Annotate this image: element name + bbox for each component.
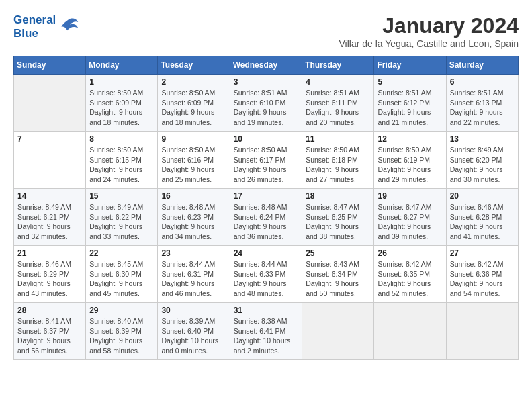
day-info: Sunrise: 8:42 AM Sunset: 6:36 PM Dayligh… <box>450 259 515 299</box>
day-info: Sunrise: 8:50 AM Sunset: 6:16 PM Dayligh… <box>161 145 226 185</box>
calendar-cell: 18Sunrise: 8:47 AM Sunset: 6:25 PM Dayli… <box>302 189 374 246</box>
calendar-cell <box>374 303 446 360</box>
calendar-cell: 24Sunrise: 8:44 AM Sunset: 6:33 PM Dayli… <box>230 246 302 303</box>
day-info: Sunrise: 8:50 AM Sunset: 6:09 PM Dayligh… <box>89 88 154 128</box>
day-info: Sunrise: 8:50 AM Sunset: 6:19 PM Dayligh… <box>378 145 442 185</box>
calendar-week-3: 14Sunrise: 8:49 AM Sunset: 6:21 PM Dayli… <box>14 189 519 246</box>
calendar-cell: 29Sunrise: 8:40 AM Sunset: 6:39 PM Dayli… <box>86 303 158 360</box>
day-number: 27 <box>450 248 515 258</box>
day-number: 19 <box>378 191 442 201</box>
day-number: 23 <box>161 248 226 258</box>
calendar-cell: 17Sunrise: 8:48 AM Sunset: 6:24 PM Dayli… <box>230 189 302 246</box>
day-number: 22 <box>89 248 154 258</box>
calendar-week-2: 78Sunrise: 8:50 AM Sunset: 6:15 PM Dayli… <box>14 132 519 189</box>
day-number: 11 <box>306 134 370 144</box>
day-info: Sunrise: 8:51 AM Sunset: 6:10 PM Dayligh… <box>234 88 299 128</box>
calendar-table: SundayMondayTuesdayWednesdayThursdayFrid… <box>13 56 519 360</box>
calendar-cell: 12Sunrise: 8:50 AM Sunset: 6:19 PM Dayli… <box>374 132 446 189</box>
day-info: Sunrise: 8:45 AM Sunset: 6:30 PM Dayligh… <box>89 259 154 299</box>
day-number: 10 <box>234 134 299 144</box>
calendar-cell: 1Sunrise: 8:50 AM Sunset: 6:09 PM Daylig… <box>86 75 158 132</box>
calendar-cell: 21Sunrise: 8:46 AM Sunset: 6:29 PM Dayli… <box>14 246 86 303</box>
calendar-cell: 23Sunrise: 8:44 AM Sunset: 6:31 PM Dayli… <box>158 246 230 303</box>
page-header: General Blue January 2024 Villar de la Y… <box>13 13 519 49</box>
day-info: Sunrise: 8:50 AM Sunset: 6:18 PM Dayligh… <box>306 145 370 185</box>
day-info: Sunrise: 8:48 AM Sunset: 6:23 PM Dayligh… <box>161 202 226 242</box>
day-info: Sunrise: 8:46 AM Sunset: 6:29 PM Dayligh… <box>17 259 82 299</box>
day-number: 16 <box>161 191 226 201</box>
calendar-body: 1Sunrise: 8:50 AM Sunset: 6:09 PM Daylig… <box>14 75 519 360</box>
day-number: 30 <box>161 306 226 315</box>
day-number: 5 <box>378 77 442 87</box>
day-number: 29 <box>89 306 154 315</box>
month-title: January 2024 <box>339 13 519 38</box>
day-info: Sunrise: 8:47 AM Sunset: 6:25 PM Dayligh… <box>306 202 370 242</box>
day-number: 2 <box>161 77 226 87</box>
day-number: 4 <box>306 77 370 87</box>
day-number: 12 <box>378 134 442 144</box>
title-block: January 2024 Villar de la Yegua, Castill… <box>339 13 519 49</box>
day-number: 20 <box>450 191 515 201</box>
calendar-cell: 15Sunrise: 8:49 AM Sunset: 6:22 PM Dayli… <box>86 189 158 246</box>
calendar-cell: 22Sunrise: 8:45 AM Sunset: 6:30 PM Dayli… <box>86 246 158 303</box>
location-subtitle: Villar de la Yegua, Castille and Leon, S… <box>339 38 519 49</box>
day-number: 9 <box>161 134 226 144</box>
calendar-cell: 8Sunrise: 8:50 AM Sunset: 6:15 PM Daylig… <box>86 132 158 189</box>
day-info: Sunrise: 8:41 AM Sunset: 6:37 PM Dayligh… <box>17 316 82 356</box>
day-number: 24 <box>234 248 299 258</box>
day-info: Sunrise: 8:38 AM Sunset: 6:41 PM Dayligh… <box>234 316 299 356</box>
weekday-header-wednesday: Wednesday <box>230 56 302 75</box>
day-number: 13 <box>450 134 515 144</box>
calendar-cell: 16Sunrise: 8:48 AM Sunset: 6:23 PM Dayli… <box>158 189 230 246</box>
day-info: Sunrise: 8:49 AM Sunset: 6:22 PM Dayligh… <box>89 202 154 242</box>
day-number: 21 <box>17 248 82 258</box>
day-number: 1 <box>89 77 154 87</box>
day-number: 28 <box>17 306 82 315</box>
day-number: 3 <box>234 77 299 87</box>
day-number: 26 <box>378 248 442 258</box>
calendar-cell: 7 <box>14 132 86 189</box>
calendar-cell: 30Sunrise: 8:39 AM Sunset: 6:40 PM Dayli… <box>158 303 230 360</box>
day-info: Sunrise: 8:47 AM Sunset: 6:27 PM Dayligh… <box>378 202 442 242</box>
calendar-cell: 31Sunrise: 8:38 AM Sunset: 6:41 PM Dayli… <box>230 303 302 360</box>
calendar-cell: 11Sunrise: 8:50 AM Sunset: 6:18 PM Dayli… <box>302 132 374 189</box>
day-info: Sunrise: 8:44 AM Sunset: 6:31 PM Dayligh… <box>161 259 226 299</box>
calendar-cell: 5Sunrise: 8:51 AM Sunset: 6:12 PM Daylig… <box>374 75 446 132</box>
day-info: Sunrise: 8:51 AM Sunset: 6:11 PM Dayligh… <box>306 88 370 128</box>
day-number: 8 <box>89 134 154 144</box>
calendar-cell: 26Sunrise: 8:42 AM Sunset: 6:35 PM Dayli… <box>374 246 446 303</box>
calendar-week-4: 21Sunrise: 8:46 AM Sunset: 6:29 PM Dayli… <box>14 246 519 303</box>
day-info: Sunrise: 8:46 AM Sunset: 6:28 PM Dayligh… <box>450 202 515 242</box>
logo: General Blue <box>13 13 79 40</box>
day-number: 7 <box>17 134 82 144</box>
calendar-cell <box>446 303 518 360</box>
weekday-header-monday: Monday <box>86 56 158 75</box>
logo-text: General Blue <box>13 13 56 40</box>
weekday-header-saturday: Saturday <box>446 56 518 75</box>
day-info: Sunrise: 8:40 AM Sunset: 6:39 PM Dayligh… <box>89 316 154 356</box>
calendar-cell: 3Sunrise: 8:51 AM Sunset: 6:10 PM Daylig… <box>230 75 302 132</box>
day-info: Sunrise: 8:39 AM Sunset: 6:40 PM Dayligh… <box>161 316 226 356</box>
calendar-cell: 13Sunrise: 8:49 AM Sunset: 6:20 PM Dayli… <box>446 132 518 189</box>
day-info: Sunrise: 8:42 AM Sunset: 6:35 PM Dayligh… <box>378 259 442 299</box>
calendar-cell: 27Sunrise: 8:42 AM Sunset: 6:36 PM Dayli… <box>446 246 518 303</box>
weekday-header-tuesday: Tuesday <box>158 56 230 75</box>
day-number: 18 <box>306 191 370 201</box>
calendar-cell: 25Sunrise: 8:43 AM Sunset: 6:34 PM Dayli… <box>302 246 374 303</box>
weekday-header-sunday: Sunday <box>14 56 86 75</box>
day-number: 25 <box>306 248 370 258</box>
calendar-week-1: 1Sunrise: 8:50 AM Sunset: 6:09 PM Daylig… <box>14 75 519 132</box>
day-info: Sunrise: 8:51 AM Sunset: 6:13 PM Dayligh… <box>450 88 515 128</box>
logo-icon <box>58 16 79 38</box>
day-info: Sunrise: 8:48 AM Sunset: 6:24 PM Dayligh… <box>234 202 299 242</box>
day-info: Sunrise: 8:50 AM Sunset: 6:17 PM Dayligh… <box>234 145 299 185</box>
calendar-cell <box>302 303 374 360</box>
calendar-cell: 19Sunrise: 8:47 AM Sunset: 6:27 PM Dayli… <box>374 189 446 246</box>
calendar-cell: 9Sunrise: 8:50 AM Sunset: 6:16 PM Daylig… <box>158 132 230 189</box>
day-info: Sunrise: 8:49 AM Sunset: 6:20 PM Dayligh… <box>450 145 515 185</box>
calendar-cell: 14Sunrise: 8:49 AM Sunset: 6:21 PM Dayli… <box>14 189 86 246</box>
calendar-cell: 6Sunrise: 8:51 AM Sunset: 6:13 PM Daylig… <box>446 75 518 132</box>
day-number: 15 <box>89 191 154 201</box>
day-info: Sunrise: 8:44 AM Sunset: 6:33 PM Dayligh… <box>234 259 299 299</box>
calendar-cell: 2Sunrise: 8:50 AM Sunset: 6:09 PM Daylig… <box>158 75 230 132</box>
